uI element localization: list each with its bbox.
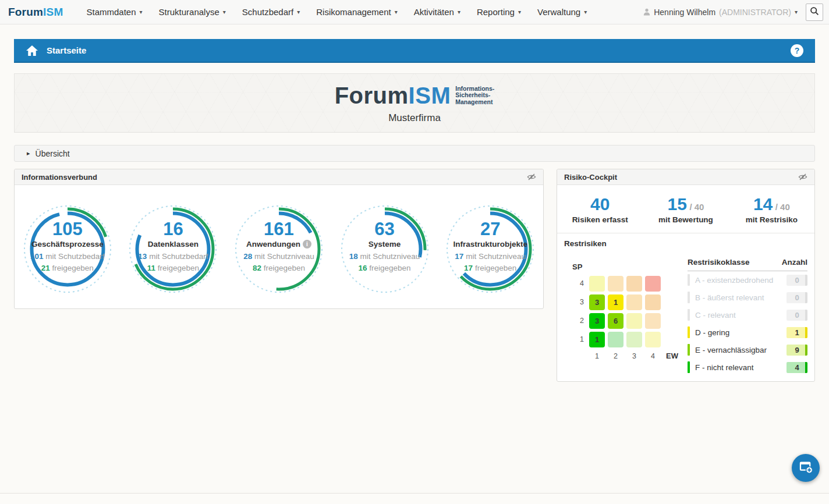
risk-stat-restrisiko[interactable]: 14 / 40 mit Restrisiko xyxy=(729,195,814,224)
page-title: Startseite xyxy=(47,45,86,55)
risk-matrix-cell[interactable]: 3 xyxy=(589,313,605,329)
badge-edge xyxy=(805,275,807,286)
risk-matrix-cell[interactable] xyxy=(608,276,623,292)
restrisikoklasse-table: Restrisikoklasse Anzahl A - existenzbedr… xyxy=(688,258,807,376)
menu-item-aktivitaeten[interactable]: Aktivitäten▾ xyxy=(406,0,469,24)
menu-item-verwaltung[interactable]: Verwaltung▾ xyxy=(529,0,595,24)
menu-item-schutzbedarf[interactable]: Schutzbedarf▾ xyxy=(234,0,308,24)
visibility-toggle-icon[interactable] xyxy=(527,173,536,181)
search-button[interactable] xyxy=(806,3,823,21)
risiko-cockpit-panel: Risiko-Cockpit 40 Risiken erfasst 15 / 4… xyxy=(557,169,815,382)
risk-stats-row: 40 Risiken erfasst 15 / 40 mit Bewertung… xyxy=(557,185,814,224)
badge-edge xyxy=(805,292,807,303)
stat-systeme[interactable]: 63 Systeme 18 mit Schutzniveau 16 freige… xyxy=(333,200,437,300)
help-button[interactable]: ? xyxy=(791,44,803,57)
stat-line-2: 11 freigegeben xyxy=(121,264,225,272)
menu-label: Aktivitäten xyxy=(414,0,454,24)
class-label: D - gering xyxy=(695,328,787,337)
risk-matrix-cell[interactable] xyxy=(626,276,642,292)
stat-infrastrukturobjekte[interactable]: 27 Infrastrukturobjekte 17 mit Schutzniv… xyxy=(438,200,542,300)
risk-matrix-cell[interactable]: 3 xyxy=(589,294,605,310)
chevron-down-icon: ▾ xyxy=(518,0,521,24)
logo-secondary: ISM xyxy=(43,6,63,18)
menu-label: Risikomanagement xyxy=(316,0,391,24)
menu-item-reporting[interactable]: Reporting▾ xyxy=(469,0,529,24)
class-color-bar xyxy=(688,292,690,303)
menu-item-strukturanalyse[interactable]: Strukturanalyse▾ xyxy=(151,0,234,24)
risk-matrix-cell[interactable]: 6 xyxy=(608,313,623,329)
badge-edge xyxy=(805,310,807,321)
legend-row-f[interactable]: F - nicht relevant 4 xyxy=(688,359,807,376)
stat-line-2: 82 freigegeben xyxy=(227,264,331,272)
cell-count: 3 xyxy=(595,317,599,325)
risk-matrix-cell[interactable] xyxy=(608,332,623,347)
menu-item-risikomanagement[interactable]: Risikomanagement▾ xyxy=(308,0,405,24)
class-color-bar xyxy=(688,309,690,321)
risk-matrix-cell[interactable] xyxy=(645,313,661,329)
class-label: C - relevant xyxy=(695,311,787,320)
col-label: 2 xyxy=(608,350,623,364)
app-logo[interactable]: ForumISM xyxy=(8,6,63,19)
add-widget-button[interactable] xyxy=(792,454,820,482)
home-icon[interactable] xyxy=(26,45,38,56)
risk-matrix-cell[interactable] xyxy=(626,294,642,310)
visibility-toggle-icon[interactable] xyxy=(798,173,807,181)
informationsverbund-panel: Informationsverbund 105 Geschäftsprozess… xyxy=(14,169,544,309)
row-label: 3 xyxy=(572,294,586,310)
stats-row: 105 Geschäftsprozesse 101 mit Schutzbeda… xyxy=(15,185,543,300)
stat-line-2: 17 freigegeben xyxy=(438,264,542,272)
risk-matrix-cell[interactable] xyxy=(645,332,661,347)
risk-matrix-cell[interactable] xyxy=(626,332,642,347)
stat-line-2: 21 freigegeben xyxy=(16,264,119,272)
question-icon: ? xyxy=(795,46,800,55)
stat-value: 105 xyxy=(16,219,119,239)
stat-label: Systeme xyxy=(333,240,437,249)
overview-collapsible[interactable]: ▸ Übersicht xyxy=(14,145,815,162)
info-icon[interactable]: i xyxy=(303,240,311,249)
legend-row-c[interactable]: C - relevant 0 xyxy=(688,306,807,324)
risk-matrix-cell[interactable] xyxy=(645,294,661,310)
chevron-down-icon: ▾ xyxy=(297,0,300,24)
risk-matrix-cell[interactable] xyxy=(626,313,642,329)
y-axis-label: SP xyxy=(572,262,605,273)
risk-matrix-cell[interactable]: 1 xyxy=(608,294,623,310)
legend-row-a[interactable]: A - existenzbedrohend 0 xyxy=(688,271,807,289)
stat-anwendungen[interactable]: 161 Anwendungeni 28 mit Schutzniveau 82 … xyxy=(227,200,331,300)
stat-datenklassen[interactable]: 16 Datenklassen 13 mit Schutzbedarf 11 f… xyxy=(121,200,225,300)
risiko-cockpit-header: Risiko-Cockpit xyxy=(557,169,814,185)
banner-tagline: Informations- Sicherheits- Management xyxy=(455,86,494,106)
menu-label: Reporting xyxy=(477,0,515,24)
class-color-bar xyxy=(688,361,690,373)
legend-row-d[interactable]: D - gering 1 xyxy=(688,324,807,341)
risk-stat-erfasst[interactable]: 40 Risiken erfasst xyxy=(557,195,643,224)
badge-edge xyxy=(805,327,807,338)
chevron-down-icon: ▾ xyxy=(458,0,460,24)
main-menu: Stammdaten▾ Strukturanalyse▾ Schutzbedar… xyxy=(79,0,596,24)
legend-row-e[interactable]: E - vernachlässigbar 9 xyxy=(688,341,807,359)
user-menu[interactable]: Henning Wilhelm (ADMINISTRATOR) ▾ xyxy=(643,8,798,17)
risk-matrix: SP 4 3 3 1 2 3 6 1 1 xyxy=(572,262,683,364)
count-badge: 0 xyxy=(787,292,807,303)
panel-title: Informationsverbund xyxy=(22,173,97,182)
menu-label: Strukturanalyse xyxy=(159,0,219,24)
col-label: 1 xyxy=(589,350,605,364)
stat-line-1: 28 mit Schutzniveau xyxy=(227,253,331,261)
chevron-down-icon: ▾ xyxy=(140,0,143,24)
risk-matrix-cell[interactable]: 1 xyxy=(589,332,605,347)
col-label: 4 xyxy=(645,350,661,364)
stat-line-1: 101 mit Schutzbedarf xyxy=(16,253,119,261)
count-header: Anzahl xyxy=(782,258,807,267)
stat-value: 16 xyxy=(121,219,225,239)
stat-label: Anwendungeni xyxy=(227,240,331,249)
stat-value: 161 xyxy=(227,219,331,239)
risk-stat-bewertung[interactable]: 15 / 40 mit Bewertung xyxy=(643,195,728,224)
cell-count: 1 xyxy=(614,298,618,307)
footer xyxy=(0,493,829,504)
menu-item-stammdaten[interactable]: Stammdaten▾ xyxy=(79,0,151,24)
chevron-down-icon: ▾ xyxy=(223,0,226,24)
legend-row-b[interactable]: B - äußerst relevant 0 xyxy=(688,289,807,306)
stat-geschaeftsprozesse[interactable]: 105 Geschäftsprozesse 101 mit Schutzbeda… xyxy=(16,200,119,300)
risk-matrix-cell[interactable] xyxy=(589,276,605,292)
risk-matrix-cell[interactable] xyxy=(645,276,661,292)
top-nav: ForumISM Stammdaten▾ Strukturanalyse▾ Sc… xyxy=(0,0,829,24)
